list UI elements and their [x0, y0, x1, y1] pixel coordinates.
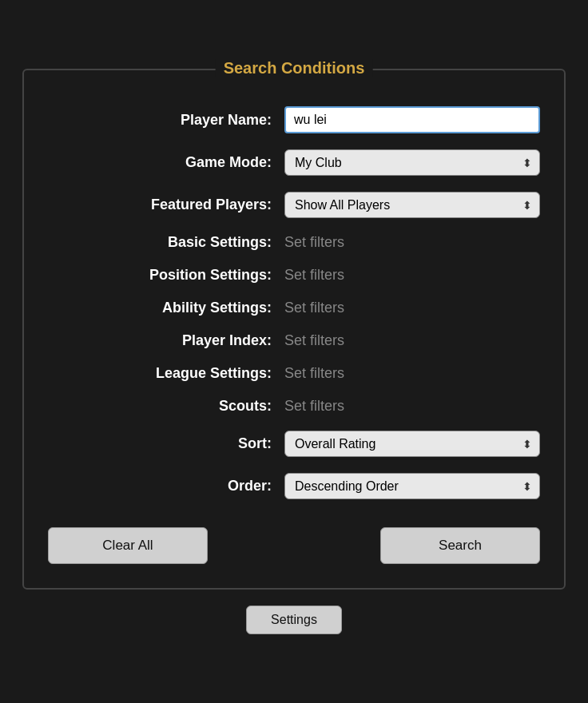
scouts-action[interactable]: Set filters: [284, 398, 344, 414]
order-wrapper: Descending Order Ascending Order ⬍: [284, 473, 540, 499]
game-mode-select[interactable]: My Club Master League Exhibition: [284, 149, 540, 176]
scouts-control: Set filters: [284, 398, 540, 415]
basic-settings-label: Basic Settings:: [96, 234, 272, 251]
game-mode-label: Game Mode:: [96, 154, 272, 171]
featured-players-wrapper: Show All Players Featured Only ⬍: [284, 192, 540, 218]
sort-label: Sort:: [96, 435, 272, 452]
featured-players-control: Show All Players Featured Only ⬍: [284, 192, 540, 218]
game-mode-control: My Club Master League Exhibition ⬍: [284, 149, 540, 176]
clear-all-button[interactable]: Clear All: [48, 527, 208, 564]
ability-settings-row: Ability Settings: Set filters: [48, 292, 540, 324]
player-index-action[interactable]: Set filters: [284, 332, 344, 348]
player-name-row: Player Name:: [48, 98, 540, 141]
order-row: Order: Descending Order Ascending Order …: [48, 465, 540, 507]
player-index-row: Player Index: Set filters: [48, 324, 540, 357]
position-settings-label: Position Settings:: [96, 267, 272, 284]
ability-settings-action[interactable]: Set filters: [284, 300, 344, 316]
settings-button[interactable]: Settings: [246, 606, 342, 634]
player-name-input[interactable]: [284, 106, 540, 133]
featured-players-select[interactable]: Show All Players Featured Only: [284, 192, 540, 218]
ability-settings-label: Ability Settings:: [96, 300, 272, 316]
sort-control: Overall Rating Name Age Position ⬍: [284, 431, 540, 457]
game-mode-wrapper: My Club Master League Exhibition ⬍: [284, 149, 540, 176]
scouts-label: Scouts:: [96, 398, 272, 415]
sort-wrapper: Overall Rating Name Age Position ⬍: [284, 431, 540, 457]
buttons-row: Clear All Search: [48, 527, 540, 564]
featured-players-label: Featured Players:: [96, 197, 272, 213]
search-button[interactable]: Search: [380, 527, 540, 564]
player-name-label: Player Name:: [96, 112, 272, 129]
search-conditions-panel: Search Conditions Player Name: Game Mode…: [22, 69, 566, 590]
basic-settings-row: Basic Settings: Set filters: [48, 226, 540, 259]
featured-players-row: Featured Players: Show All Players Featu…: [48, 184, 540, 226]
league-settings-label: League Settings:: [96, 365, 272, 382]
league-settings-action[interactable]: Set filters: [284, 365, 344, 381]
basic-settings-control: Set filters: [284, 234, 540, 251]
league-settings-control: Set filters: [284, 365, 540, 382]
position-settings-row: Position Settings: Set filters: [48, 259, 540, 292]
scouts-row: Scouts: Set filters: [48, 390, 540, 423]
order-label: Order:: [96, 478, 272, 494]
player-name-control: [284, 106, 540, 133]
position-settings-control: Set filters: [284, 267, 540, 284]
panel-title: Search Conditions: [216, 59, 373, 77]
main-container: Search Conditions Player Name: Game Mode…: [0, 69, 588, 634]
sort-row: Sort: Overall Rating Name Age Position ⬍: [48, 423, 540, 465]
ability-settings-control: Set filters: [284, 300, 540, 316]
order-control: Descending Order Ascending Order ⬍: [284, 473, 540, 499]
order-select[interactable]: Descending Order Ascending Order: [284, 473, 540, 499]
position-settings-action[interactable]: Set filters: [284, 267, 344, 283]
game-mode-row: Game Mode: My Club Master League Exhibit…: [48, 141, 540, 184]
player-index-control: Set filters: [284, 332, 540, 349]
player-index-label: Player Index:: [96, 332, 272, 349]
sort-select[interactable]: Overall Rating Name Age Position: [284, 431, 540, 457]
form-area: Player Name: Game Mode: My Club Master L…: [48, 98, 540, 507]
basic-settings-action[interactable]: Set filters: [284, 234, 344, 250]
league-settings-row: League Settings: Set filters: [48, 357, 540, 390]
